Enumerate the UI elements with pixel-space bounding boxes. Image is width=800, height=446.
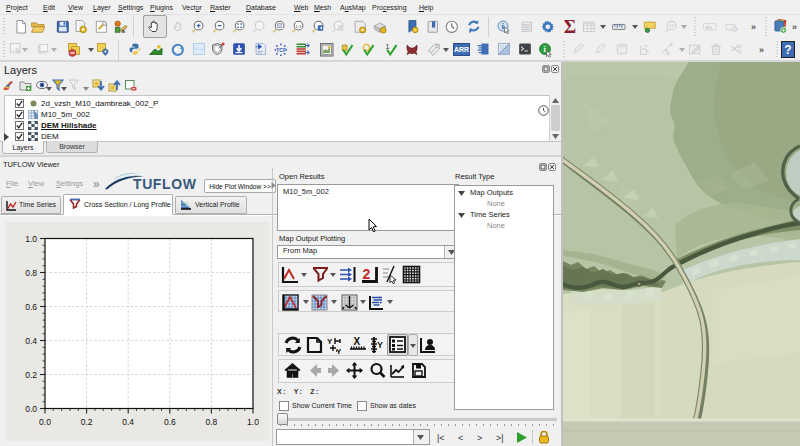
svg-text:a: a [122, 27, 126, 34]
svg-text:1.0: 1.0 [25, 234, 37, 244]
svg-text:0.4: 0.4 [122, 417, 134, 427]
svg-text:0.8: 0.8 [25, 268, 37, 278]
svg-text:1:1: 1:1 [295, 24, 302, 29]
svg-text:0.0: 0.0 [25, 404, 37, 414]
svg-text:TCF: TCF [276, 47, 286, 53]
svg-text:abc: abc [705, 25, 713, 30]
svg-text:1.0: 1.0 [247, 417, 259, 427]
svg-text:2: 2 [363, 266, 371, 282]
svg-text:0.6: 0.6 [164, 417, 176, 427]
svg-text:0.8: 0.8 [205, 417, 217, 427]
svg-text:X: X [354, 336, 361, 347]
svg-text:0.2: 0.2 [25, 370, 37, 380]
svg-text:ε: ε [74, 85, 77, 91]
svg-text:0.4: 0.4 [25, 336, 37, 346]
svg-text:0.0: 0.0 [39, 417, 51, 427]
svg-text:Y: Y [377, 340, 383, 350]
svg-text:Y: Y [336, 347, 342, 354]
svg-text:Y: Y [327, 337, 333, 346]
svg-text:TUFLOW: TUFLOW [133, 176, 197, 192]
svg-text:0.2: 0.2 [81, 417, 93, 427]
svg-text:1: 1 [386, 43, 390, 50]
svg-text:0.6: 0.6 [25, 302, 37, 312]
